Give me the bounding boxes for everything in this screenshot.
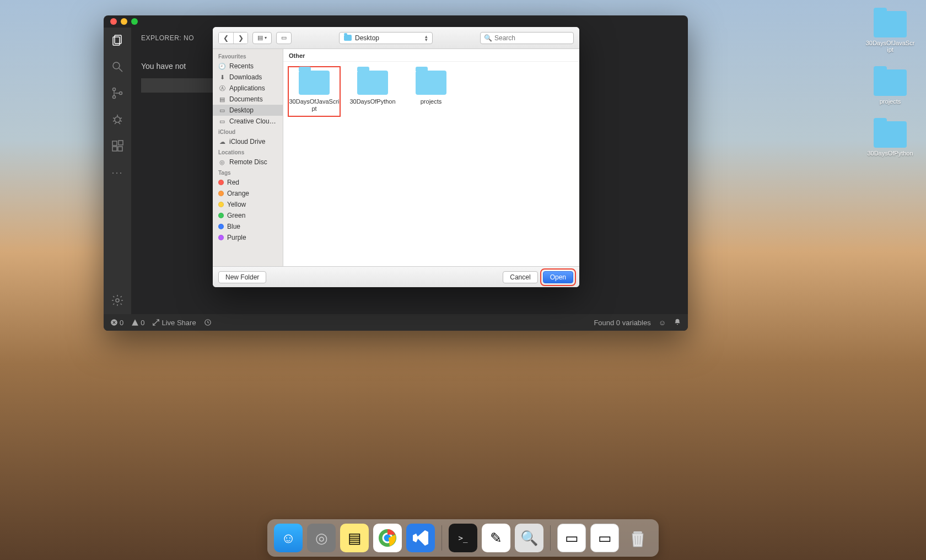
svg-point-2 — [113, 62, 120, 69]
chevron-updown-icon: ▴▾ — [425, 35, 428, 41]
explorer-icon[interactable] — [110, 33, 125, 47]
sidebar-tag-blue[interactable]: Blue — [213, 221, 283, 232]
forward-button[interactable]: ❯ — [233, 33, 247, 44]
sidebar-item-icloud-drive[interactable]: ☁iCloud Drive — [213, 136, 283, 147]
zoom-window-button[interactable] — [131, 18, 138, 25]
sidebar-tag-red[interactable]: Red — [213, 177, 283, 188]
disc-icon: ◎ — [218, 158, 226, 166]
search-input[interactable] — [494, 34, 577, 42]
svg-point-5 — [113, 96, 116, 99]
search-icon[interactable] — [110, 60, 125, 74]
more-actions-icon[interactable]: ··· — [110, 165, 125, 180]
folder-item-label: projects — [421, 98, 442, 105]
location-dropdown[interactable]: Desktop ▴▾ — [339, 32, 433, 44]
close-window-button[interactable] — [110, 18, 117, 25]
sidebar-tag-orange[interactable]: Orange — [213, 188, 283, 199]
dock-item-window-1[interactable]: ▭ — [557, 524, 586, 552]
warnings-indicator[interactable]: 0 — [131, 319, 144, 327]
new-folder-button[interactable]: New Folder — [218, 271, 266, 283]
sidebar-item-remote-disc[interactable]: ◎Remote Disc — [213, 157, 283, 168]
dock-item-launchpad[interactable]: ◎ — [307, 524, 336, 552]
group-header: Other — [283, 49, 579, 62]
svg-point-4 — [113, 88, 116, 91]
dock-item-preview[interactable]: 🔍 — [515, 524, 543, 552]
folder-item-projects[interactable]: projects — [406, 67, 456, 109]
folder-item-30daysofjavascript[interactable]: 30DaysOfJavaScript — [289, 67, 340, 116]
svg-line-10 — [120, 118, 122, 119]
svg-line-13 — [115, 122, 116, 124]
dock-item-window-2[interactable]: ▭ — [590, 524, 619, 552]
extensions-icon[interactable] — [110, 139, 125, 153]
document-icon: ▤ — [218, 95, 226, 103]
settings-icon[interactable] — [110, 293, 125, 308]
found-variables-label: Found 0 variables — [594, 319, 650, 327]
favourites-heading: Favourites — [213, 51, 283, 61]
minimize-window-button[interactable] — [121, 18, 127, 25]
desktop-folder-30daysofjavascript[interactable]: 30DaysOfJavaScript — [865, 11, 915, 53]
open-button-highlight: Open — [542, 271, 574, 284]
folder-icon — [357, 71, 388, 95]
source-control-icon[interactable] — [110, 86, 125, 100]
history-icon[interactable] — [204, 319, 212, 326]
dock-item-notes[interactable]: ▤ — [340, 524, 369, 552]
group-button[interactable]: ▭ — [276, 32, 292, 44]
folder-icon — [874, 69, 907, 96]
cancel-button[interactable]: Cancel — [503, 271, 537, 283]
sidebar-tag-green[interactable]: Green — [213, 210, 283, 221]
desktop-icon-label: 30DaysOfJavaScript — [865, 40, 915, 53]
folder-icon — [299, 71, 330, 95]
back-button[interactable]: ❮ — [219, 33, 233, 44]
folder-item-label: 30DaysOfJavaScript — [289, 98, 340, 112]
sidebar-item-documents[interactable]: ▤Documents — [213, 94, 283, 105]
desktop-folder-30daysofpython[interactable]: 30DaysOfPython — [865, 121, 915, 157]
tag-dot-icon — [218, 213, 224, 218]
sidebar-tag-yellow[interactable]: Yellow — [213, 199, 283, 210]
folder-icon — [344, 35, 352, 41]
tag-dot-icon — [218, 224, 224, 229]
finder-open-dialog: ❮ ❯ ▤ ▾ ▭ Desktop ▴▾ 🔍 Favourites 🕘Recen… — [213, 27, 579, 287]
desktop-folder-projects[interactable]: projects — [865, 69, 915, 105]
tag-dot-icon — [218, 235, 224, 240]
dock-item-terminal[interactable]: >_ — [449, 524, 477, 552]
live-share-button[interactable]: Live Share — [152, 319, 196, 327]
search-field[interactable]: 🔍 — [480, 32, 574, 44]
folder-item-30daysofpython[interactable]: 30DaysOfPython — [347, 67, 398, 109]
notifications-icon[interactable] — [674, 318, 681, 327]
open-button[interactable]: Open — [543, 271, 573, 283]
svg-rect-16 — [112, 147, 117, 151]
folder-icon — [874, 121, 907, 148]
sidebar-item-downloads[interactable]: ⬇Downloads — [213, 72, 283, 83]
svg-rect-27 — [633, 531, 642, 534]
dock-item-finder[interactable]: ☺ — [274, 524, 303, 552]
apps-icon: Ⓐ — [218, 84, 226, 92]
dock-item-vscode[interactable] — [406, 524, 435, 552]
dock-item-textedit[interactable]: ✎ — [482, 524, 510, 552]
activity-bar: ··· — [104, 28, 131, 314]
desktop-icon-label: projects — [880, 98, 901, 105]
clock-icon: 🕘 — [218, 62, 226, 70]
sidebar-item-recents[interactable]: 🕘Recents — [213, 61, 283, 72]
sidebar-item-applications[interactable]: ⒶApplications — [213, 83, 283, 94]
location-label: Desktop — [355, 34, 422, 42]
finder-content: Other 30DaysOfJavaScript 30DaysOfPython … — [283, 49, 579, 266]
view-options-button[interactable]: ▤ ▾ — [252, 32, 272, 44]
desktop-icon-label: 30DaysOfPython — [867, 150, 913, 157]
svg-point-7 — [115, 117, 120, 122]
dock-item-trash[interactable] — [623, 524, 652, 552]
svg-line-14 — [119, 122, 120, 124]
sidebar-item-creative-cloud[interactable]: ▭Creative Clou… — [213, 116, 283, 127]
download-icon: ⬇ — [218, 73, 226, 81]
folder-item-label: 30DaysOfPython — [349, 98, 395, 105]
svg-rect-18 — [119, 141, 123, 145]
svg-point-19 — [116, 299, 119, 302]
dock-item-chrome[interactable] — [373, 524, 402, 552]
feedback-icon[interactable]: ☺ — [659, 319, 666, 327]
errors-indicator[interactable]: 0 — [110, 319, 123, 327]
svg-line-12 — [120, 121, 122, 121]
sidebar-item-desktop[interactable]: ▭Desktop — [213, 105, 283, 116]
status-bar: 0 0 Live Share Found 0 variables ☺ — [104, 314, 688, 331]
debug-icon[interactable] — [110, 112, 125, 127]
folder-icon — [416, 71, 446, 95]
sidebar-tag-purple[interactable]: Purple — [213, 232, 283, 243]
svg-rect-17 — [118, 147, 122, 151]
